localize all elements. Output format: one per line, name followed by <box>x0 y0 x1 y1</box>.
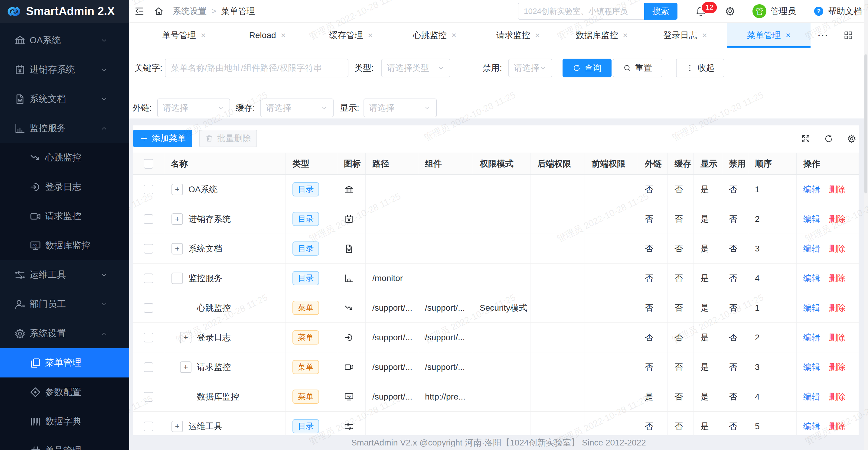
sidebar-item[interactable]: 部门员工 <box>0 290 129 319</box>
tab-close-icon[interactable]: × <box>786 31 790 40</box>
sidebar-item[interactable]: 参数配置 <box>0 378 129 407</box>
cell-external: 否 <box>638 175 668 204</box>
row-expand-toggle[interactable]: + <box>172 184 183 195</box>
edit-link[interactable]: 编辑 <box>803 361 820 373</box>
app-logo: SmartAdmin 2.X <box>0 0 129 23</box>
sidebar-item[interactable]: 单号管理 <box>0 436 129 450</box>
sidebar-item[interactable]: 系统文档 <box>0 84 129 114</box>
reset-button[interactable]: 重置 <box>613 59 662 77</box>
tab[interactable]: Reload × <box>226 23 309 48</box>
tab-layout-button[interactable] <box>835 23 862 48</box>
edit-link[interactable]: 编辑 <box>803 391 820 403</box>
tab[interactable]: 心跳监控 × <box>393 23 476 48</box>
help-link[interactable]: 帮助文档 <box>813 5 862 17</box>
menu-fold-icon[interactable] <box>134 6 145 17</box>
delete-link[interactable]: 删除 <box>829 213 846 225</box>
edit-link[interactable]: 编辑 <box>803 213 820 225</box>
fullscreen-icon[interactable] <box>801 134 810 143</box>
tab-close-icon[interactable]: × <box>452 31 456 40</box>
sidebar-item[interactable]: 运维工具 <box>0 260 129 290</box>
tab-close-icon[interactable]: × <box>702 31 707 40</box>
delete-link[interactable]: 删除 <box>829 332 846 343</box>
row-checkbox[interactable] <box>144 274 153 283</box>
query-button[interactable]: 查询 <box>562 59 612 77</box>
tab[interactable]: 缓存管理 × <box>309 23 393 48</box>
tab-close-icon[interactable]: × <box>368 31 373 40</box>
sidebar-item[interactable]: 数据字典 <box>0 407 129 436</box>
tab-close-icon[interactable]: × <box>201 31 206 40</box>
add-menu-button[interactable]: 添加菜单 <box>133 130 192 147</box>
batch-delete-button[interactable]: 批量删除 <box>199 130 257 147</box>
delete-link[interactable]: 删除 <box>829 184 846 195</box>
row-checkbox[interactable] <box>144 362 153 372</box>
scrollbar-thumb[interactable] <box>864 55 867 193</box>
tab[interactable]: 请求监控 × <box>476 23 560 48</box>
row-checkbox[interactable] <box>144 185 153 194</box>
sidebar-item[interactable]: 进销存系统 <box>0 55 129 84</box>
tab[interactable]: 菜单管理 × <box>727 23 810 48</box>
sidebar-item[interactable]: 登录日志 <box>0 172 129 201</box>
external-select[interactable]: 请选择 <box>157 99 230 117</box>
row-checkbox[interactable] <box>144 392 153 401</box>
tab-close-icon[interactable]: × <box>623 31 627 40</box>
breadcrumb-parent[interactable]: 系统设置 <box>173 5 207 17</box>
tab-close-icon[interactable]: × <box>281 31 286 40</box>
disabled-select[interactable]: 请选择 <box>508 59 552 77</box>
sidebar-item[interactable]: 监控服务 <box>0 114 129 143</box>
search-input[interactable] <box>518 3 644 20</box>
visible-select[interactable]: 请选择 <box>364 99 437 117</box>
row-expand-toggle[interactable]: + <box>180 332 191 343</box>
tab[interactable]: 登录日志 × <box>644 23 727 48</box>
search-button[interactable]: 搜索 <box>644 3 678 20</box>
edit-link[interactable]: 编辑 <box>803 272 820 284</box>
sidebar-item[interactable]: OA系统 <box>0 26 129 55</box>
row-expand-toggle[interactable]: − <box>172 272 183 284</box>
sidebar-item[interactable]: 数据库监控 <box>0 231 129 260</box>
delete-link[interactable]: 删除 <box>829 302 846 314</box>
column-settings-gear-icon[interactable] <box>847 134 857 143</box>
table-row: 数据库监控 菜单 /support/... http://pre... 是 否 … <box>133 382 859 412</box>
tab[interactable]: 数据库监控 × <box>560 23 643 48</box>
settings-gear-icon[interactable] <box>725 6 736 17</box>
sidebar-item[interactable]: 菜单管理 <box>0 348 129 378</box>
delete-link[interactable]: 删除 <box>829 391 846 403</box>
keyword-input[interactable] <box>165 59 348 77</box>
scrollbar[interactable] <box>864 0 868 450</box>
row-checkbox[interactable] <box>144 422 153 431</box>
more-tabs-button[interactable]: ⋯ <box>810 23 835 48</box>
help-label: 帮助文档 <box>828 5 862 17</box>
notifications[interactable]: 12 <box>695 5 707 17</box>
sidebar-item[interactable]: 系统设置 <box>0 319 129 348</box>
delete-link[interactable]: 删除 <box>829 361 846 373</box>
row-expand-toggle[interactable]: + <box>172 243 183 254</box>
chevron-down-icon <box>100 300 108 308</box>
tab[interactable]: 单号管理 × <box>142 23 226 48</box>
tab-close-icon[interactable]: × <box>535 31 540 40</box>
cache-select[interactable]: 请选择 <box>260 99 334 117</box>
sidebar-item[interactable]: 心跳监控 <box>0 143 129 172</box>
delete-link[interactable]: 删除 <box>829 243 846 254</box>
row-checkbox[interactable] <box>144 244 153 254</box>
edit-link[interactable]: 编辑 <box>803 421 820 432</box>
edit-link[interactable]: 编辑 <box>803 243 820 254</box>
sidebar-item[interactable]: 请求监控 <box>0 201 129 231</box>
edit-link[interactable]: 编辑 <box>803 184 820 195</box>
external-label: 外链: <box>132 99 152 117</box>
home-icon[interactable] <box>153 6 164 17</box>
refresh-icon[interactable] <box>824 134 834 143</box>
edit-link[interactable]: 编辑 <box>803 302 820 314</box>
row-expand-toggle[interactable]: + <box>172 421 183 432</box>
cell-type: 目录 <box>286 234 337 263</box>
row-expand-toggle[interactable]: + <box>180 361 191 373</box>
delete-link[interactable]: 删除 <box>829 421 846 432</box>
row-checkbox[interactable] <box>144 214 153 224</box>
row-checkbox[interactable] <box>144 333 153 343</box>
edit-link[interactable]: 编辑 <box>803 332 820 343</box>
type-select[interactable]: 请选择类型 <box>381 59 450 77</box>
select-all-checkbox[interactable] <box>144 159 153 169</box>
user-menu[interactable]: 管 管理员 <box>752 4 796 18</box>
collapse-button[interactable]: 收起 <box>676 59 724 77</box>
row-expand-toggle[interactable]: + <box>172 213 183 225</box>
delete-link[interactable]: 删除 <box>829 272 846 284</box>
row-checkbox[interactable] <box>144 303 153 313</box>
